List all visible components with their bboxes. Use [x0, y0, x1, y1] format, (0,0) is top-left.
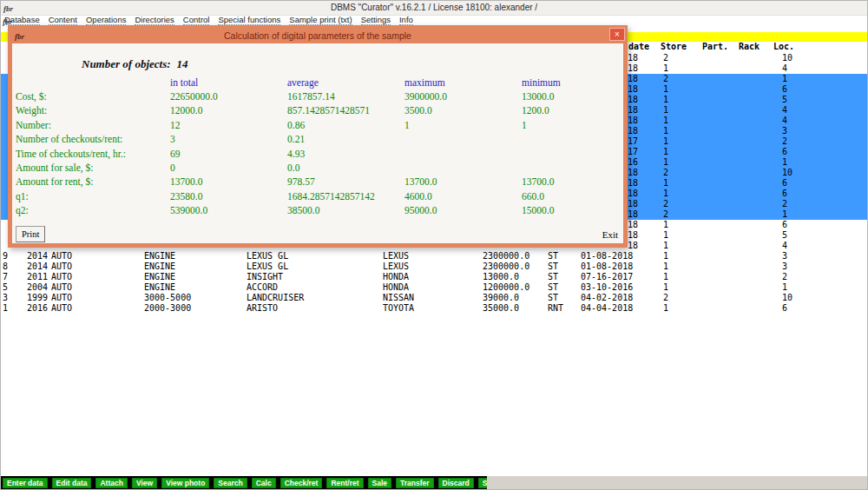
cell-date: 04-04-2018	[581, 303, 633, 314]
toolbar-button-sale[interactable]: Sale	[368, 478, 392, 488]
stat-column-header-in-total: in total	[170, 77, 198, 88]
toolbar-buttons: Enter dataEdit dataAttachViewView photoS…	[1, 476, 487, 489]
stat-column-header-minimum: minimum	[522, 77, 561, 88]
cell-store: 1	[663, 262, 668, 272]
stat-value: 857.1428571428571	[287, 105, 370, 116]
cell-loc: 5	[782, 95, 787, 105]
calculation-dialog: fbr Calculation of digital parameters of…	[8, 25, 628, 248]
cell-model: LANDCRUISER	[247, 293, 304, 303]
dialog-content: Number of objects:14 in totalaveragemaxi…	[12, 43, 623, 243]
cell-store: 1	[663, 303, 668, 314]
table-row[interactable]: 92014AUTOENGINELEXUS GLLEXUS2300000.0ST0…	[1, 251, 867, 262]
cell-brand: HONDA	[383, 272, 409, 282]
toolbar-button-attach[interactable]: Attach	[95, 478, 127, 488]
window-titlebar[interactable]: fbr DBMS "Curator" v.16.2.1 / License 18…	[1, 1, 867, 16]
cell-num: 3	[3, 293, 8, 303]
cell-group: ENGINE	[144, 251, 175, 262]
menu-item-operations[interactable]: Operations	[86, 16, 126, 25]
column-header-loc[interactable]: Loc.	[773, 42, 794, 51]
menu-item-content[interactable]: Content	[49, 16, 77, 25]
cell-model: ARISTO	[247, 303, 278, 314]
table-row[interactable]: 52004AUTOENGINEACCORDHONDA1200000.0ST03-…	[1, 282, 867, 293]
cell-loc: 10	[782, 53, 792, 63]
cell-brand: LEXUS	[383, 262, 409, 272]
toolbar-button-rent-ret[interactable]: Rent/ret	[326, 478, 363, 488]
toolbar-button-check-ret[interactable]: Check/ret	[280, 478, 323, 488]
cell-type: AUTO	[51, 282, 72, 293]
cell-year: 1999	[27, 293, 48, 303]
menu-item-control[interactable]: Control	[183, 16, 210, 25]
cell-store: 1	[663, 95, 668, 105]
stat-label: Time of checkouts/rent, hr.:	[16, 149, 126, 159]
toolbar-button-calc[interactable]: Calc	[252, 478, 276, 488]
table-row[interactable]: 31999AUTO3000-5000LANDCRUISERNISSAN39000…	[1, 293, 867, 303]
cell-num: 7	[3, 272, 8, 282]
cell-store: 1	[663, 126, 668, 136]
cell-store: 1	[663, 178, 668, 189]
cell-loc: 4	[782, 116, 787, 126]
cell-loc: 4	[782, 105, 787, 116]
cell-type: AUTO	[51, 272, 72, 282]
cell-store: 2	[663, 293, 668, 303]
menu-item-directories[interactable]: Directories	[135, 16, 174, 25]
app-icon-titlebar: fbr	[3, 2, 13, 16]
column-header-part[interactable]: Part.	[702, 42, 728, 51]
menu-item-special-functions[interactable]: Special functions	[218, 16, 280, 25]
cell-state: ST	[548, 282, 558, 293]
cell-store: 1	[663, 157, 668, 168]
print-button[interactable]: Print	[16, 226, 45, 242]
toolbar-button-view-photo[interactable]: View photo	[161, 478, 209, 488]
stat-row: Time of checkouts/rent, hr.:694.93	[12, 149, 623, 162]
cell-cost: 2300000.0	[483, 262, 529, 272]
column-header-store[interactable]: Store	[661, 42, 687, 51]
dialog-titlebar[interactable]: fbr Calculation of digital parameters of…	[12, 30, 623, 43]
stat-label: q1:	[16, 191, 29, 202]
cell-cost: 13000.0	[483, 272, 519, 282]
stat-value: 1	[522, 120, 527, 130]
cell-loc: 6	[782, 303, 787, 314]
toolbar-button-discard[interactable]: Discard	[438, 478, 474, 488]
cell-store: 1	[663, 136, 668, 147]
stat-value: 3500.0	[404, 105, 432, 116]
cell-cost: 39000.0	[483, 293, 519, 303]
table-row[interactable]: 82014AUTOENGINELEXUS GLLEXUS2300000.0ST0…	[1, 262, 867, 272]
toolbar-button-transfer[interactable]: Transfer	[396, 478, 434, 488]
menu-item-sample-print-txt[interactable]: Sample print (txt)	[289, 16, 352, 25]
cell-loc: 10	[782, 168, 792, 178]
cell-store: 1	[663, 272, 668, 282]
app-icon-dialog: fbr	[15, 30, 24, 43]
cell-model: LEXUS GL	[247, 262, 288, 272]
cell-loc: 1	[782, 209, 787, 220]
table-row[interactable]: 12016AUTO2000-3000ARISTOTOYOTA35000.0RNT…	[1, 303, 867, 314]
dialog-stats: Cost, $:22650000.01617857.143900000.0130…	[12, 91, 623, 220]
cell-num: 5	[3, 282, 8, 293]
menu-bar-row-1: DatabaseContentOperationsDirectoriesCont…	[1, 15, 422, 24]
dialog-title: Calculation of digital parameters of the…	[224, 30, 411, 41]
table-row[interactable]: 72011AUTOENGINEINSIGHTHONDA13000.0ST07-1…	[1, 272, 867, 282]
cell-group: 2000-3000	[144, 303, 191, 314]
stat-value: 0.21	[287, 134, 305, 144]
stat-value: 4600.0	[404, 191, 432, 202]
column-header-date[interactable]: date	[628, 42, 649, 51]
stat-row: Weight:12000.0857.14285714285713500.0120…	[12, 105, 623, 119]
cell-date: 07-16-2017	[581, 272, 633, 282]
cell-type: AUTO	[51, 293, 72, 303]
toolbar-button-edit-data[interactable]: Edit data	[52, 478, 92, 488]
stat-label: q2:	[16, 205, 29, 215]
stat-value: 0	[170, 162, 175, 173]
close-button[interactable]: ×	[609, 28, 625, 41]
cell-cost: 2300000.0	[483, 251, 529, 262]
toolbar-button-enter-data[interactable]: Enter data	[3, 478, 48, 488]
menu-item-settings[interactable]: Settings	[361, 16, 391, 25]
toolbar-spacer	[487, 476, 867, 489]
column-header-rack[interactable]: Rack	[739, 42, 760, 51]
stat-row: Amount for rent, $:13700.0978.5713700.01…	[12, 176, 623, 190]
cell-date: 04-02-2018	[581, 293, 633, 303]
stat-value: 978.57	[287, 176, 315, 187]
toolbar-button-search[interactable]: Search	[214, 478, 247, 488]
cell-loc: 4	[782, 63, 787, 74]
toolbar-button-view[interactable]: View	[132, 478, 157, 488]
cell-state: ST	[548, 293, 558, 303]
stat-value: 23580.0	[170, 191, 202, 202]
exit-button[interactable]: Exit	[602, 229, 618, 240]
